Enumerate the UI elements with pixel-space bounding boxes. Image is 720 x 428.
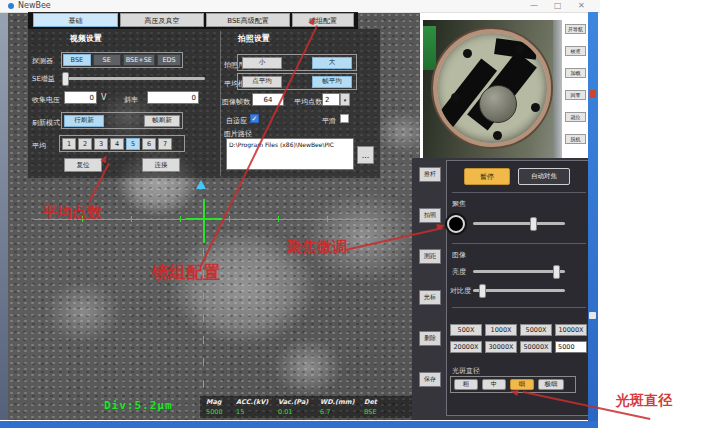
cursor-button[interactable]: 光标: [419, 290, 441, 305]
ruler-tick: [229, 216, 230, 222]
avg-mode-frame-button[interactable]: 帧平均: [312, 76, 352, 88]
spot-extra-fine-button[interactable]: 极细: [538, 379, 564, 390]
voltage-unit-label: V: [101, 93, 106, 102]
divider: [452, 307, 586, 308]
average-7-button[interactable]: 7: [158, 138, 172, 150]
focus-slider[interactable]: [473, 222, 565, 225]
crosshair-center: [186, 218, 222, 220]
divider: [452, 192, 586, 193]
ruler-tick: [180, 216, 181, 222]
maximize-button[interactable]: □: [554, 0, 562, 12]
measure-button[interactable]: 测距: [419, 249, 441, 264]
avg-points-select[interactable]: 2: [322, 93, 340, 106]
se-gain-slider[interactable]: [62, 77, 205, 80]
average-3-button[interactable]: 3: [94, 138, 108, 150]
focus-knob[interactable]: [447, 215, 465, 233]
detector-label: 探测器: [32, 56, 53, 66]
mag-5000x-button[interactable]: 5000X: [520, 324, 552, 336]
tab-hv-vacuum[interactable]: 高压及真空: [120, 13, 204, 27]
size-small-button[interactable]: 小: [242, 57, 282, 69]
brightness-slider-thumb[interactable]: [553, 265, 560, 279]
ruler-tick: [131, 216, 132, 222]
average-1-button[interactable]: 1: [62, 138, 76, 150]
detector-bse-se-button[interactable]: BSE+SE: [123, 54, 156, 66]
status-header-acc: ACC.(kV): [236, 398, 278, 406]
avg-mode-point-button[interactable]: 点平均: [242, 76, 282, 88]
calibrate-button[interactable]: 校准: [565, 46, 586, 56]
tab-bse-advanced[interactable]: BSE高级配置: [206, 13, 290, 27]
pointer-tool-icon[interactable]: [196, 180, 206, 189]
sample-cylinder: [479, 85, 517, 123]
detector-se-button[interactable]: SE: [93, 54, 121, 66]
average-label: 平均: [32, 141, 46, 151]
mag-500x-button[interactable]: 500X: [450, 324, 482, 336]
annotation-spot-diameter: 光斑直径: [616, 392, 672, 410]
focus-label: 聚焦: [452, 199, 466, 209]
open-nav-button[interactable]: 开导航: [565, 24, 586, 34]
size-large-button[interactable]: 大: [312, 57, 352, 69]
mag-1000x-button[interactable]: 1000X: [485, 324, 517, 336]
contrast-slider[interactable]: [473, 289, 565, 292]
pause-button[interactable]: 暂停: [464, 168, 510, 185]
contrast-label: 对比度: [450, 286, 471, 296]
mag-custom-input[interactable]: 5000: [555, 341, 587, 353]
contrast-slider-thumb[interactable]: [479, 284, 486, 298]
divider: [452, 243, 586, 244]
panel-divider: [220, 31, 221, 176]
focus-slider-thumb[interactable]: [530, 217, 537, 231]
spot-medium-button[interactable]: 中: [482, 379, 506, 390]
adaptive-checkbox[interactable]: ✓: [250, 114, 259, 123]
autofocus-button[interactable]: 自动对焦: [518, 168, 570, 185]
browse-button[interactable]: ...: [357, 146, 374, 164]
detector-bse-button[interactable]: BSE: [63, 54, 91, 66]
save-button[interactable]: 保存: [419, 372, 441, 387]
status-header-vac: Vac.(Pa): [278, 398, 320, 406]
mag-30000x-button[interactable]: 30000X: [485, 341, 517, 353]
collect-voltage-input[interactable]: 0: [64, 91, 97, 104]
average-4-button[interactable]: 4: [110, 138, 124, 150]
photo-settings-title: 拍照设置: [238, 33, 270, 44]
detector-eds-button[interactable]: EDS: [157, 54, 181, 66]
stage-hole: [451, 93, 460, 102]
close-button[interactable]: ✕: [578, 0, 585, 12]
status-value-mag: 5000: [206, 408, 236, 416]
avg-points-dropdown-arrow-icon[interactable]: ▾: [340, 93, 350, 106]
mag-50000x-button[interactable]: 50000X: [520, 341, 552, 353]
image-section-label: 图像: [452, 250, 466, 260]
spot-coarse-button[interactable]: 粗: [454, 379, 478, 390]
ruler-tick: [278, 216, 279, 222]
offline-button[interactable]: 脱机: [565, 134, 586, 144]
window-title: NewBee: [18, 1, 51, 10]
tab-lens-config[interactable]: 镜组配置: [292, 13, 354, 27]
refresh-line-button[interactable]: 行刷新: [64, 115, 104, 127]
mag-10000x-button[interactable]: 10000X: [555, 324, 587, 336]
app-icon: [8, 3, 14, 9]
minimize-button[interactable]: —: [530, 0, 538, 12]
delete-button[interactable]: 删除: [419, 331, 441, 346]
load-button[interactable]: 加载: [565, 68, 586, 78]
slope-input[interactable]: 0: [147, 91, 199, 104]
average-2-button[interactable]: 2: [78, 138, 92, 150]
in-position-button[interactable]: 就位: [565, 112, 586, 122]
stage-hole: [493, 131, 502, 140]
average-6-button[interactable]: 6: [142, 138, 156, 150]
se-gain-label: SE增益: [32, 74, 55, 84]
avg-points-label: 平均点数: [294, 97, 322, 107]
stage-hole: [531, 103, 540, 112]
pusher-button[interactable]: 推杆: [419, 167, 441, 182]
tab-basic[interactable]: 基础: [33, 13, 118, 27]
connect-button[interactable]: 连接: [142, 158, 180, 172]
snapshot-button[interactable]: 拍照: [419, 208, 441, 223]
refresh-frame-button[interactable]: 帧刷新: [144, 115, 180, 127]
annotation-focus-fine: 聚焦微调: [287, 238, 347, 257]
average-5-button[interactable]: 5: [126, 138, 140, 150]
frames-label: 图像帧数: [222, 97, 250, 107]
path-input[interactable]: D:\Program Files (x86)\NewBee\PIC: [226, 138, 354, 170]
se-gain-slider-thumb[interactable]: [62, 72, 69, 86]
brightness-slider[interactable]: [473, 270, 565, 273]
status-header-det: Det: [364, 398, 388, 406]
reset-button[interactable]: 复位: [64, 158, 102, 172]
smooth-checkbox[interactable]: [340, 114, 349, 123]
zero-button[interactable]: 回零: [565, 90, 586, 100]
mag-20000x-button[interactable]: 20000X: [450, 341, 482, 353]
